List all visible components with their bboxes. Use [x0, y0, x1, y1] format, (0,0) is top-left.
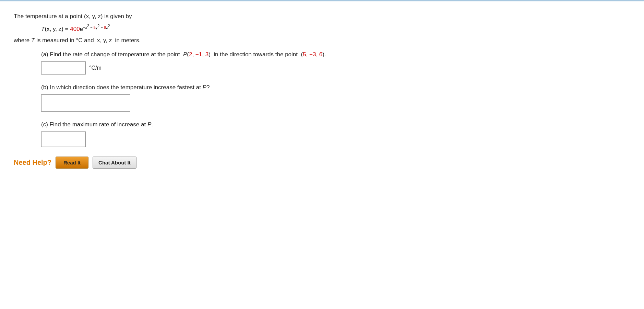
formula-exponent: −x2 − 5y2 − 9z2 — [83, 25, 110, 30]
formula-400: 400 — [70, 26, 80, 33]
formula-neg-x2: −x2 — [83, 25, 89, 30]
part-b-input[interactable] — [41, 94, 130, 112]
part-a-input-row: °C/m — [41, 61, 630, 75]
formula-line: T(x, y, z) = 400e−x2 − 5y2 − 9z2 — [41, 24, 630, 33]
need-help-section: Need Help? Read It Chat About It — [14, 157, 630, 169]
formula-tx: T — [41, 26, 45, 33]
part-c: (c) Find the maximum rate of increase at… — [41, 121, 630, 147]
part-c-input-row — [41, 131, 630, 147]
chat-about-it-button[interactable]: Chat About It — [93, 157, 136, 169]
intro-text: The temperature at a point (x, y, z) is … — [14, 12, 630, 21]
part-c-label: (c) Find the maximum rate of increase at… — [41, 121, 630, 128]
formula-minus-9z2: − 9z2 — [100, 25, 110, 30]
part-a-unit: °C/m — [89, 65, 102, 71]
where-text: where T is measured in °C and x, y, z in… — [14, 36, 630, 45]
part-b-input-row — [41, 94, 630, 112]
part-a: (a) Find the rate of change of temperatu… — [41, 51, 630, 75]
formula-vars: (x, y, z) = — [45, 26, 70, 33]
part-c-input[interactable] — [41, 131, 86, 147]
formula-minus-5y2: − 5y2 — [90, 25, 99, 30]
page-container: The temperature at a point (x, y, z) is … — [0, 0, 644, 309]
formula-e: e — [80, 26, 83, 33]
part-b: (b) In which direction does the temperat… — [41, 84, 630, 112]
part-b-label: (b) In which direction does the temperat… — [41, 84, 630, 91]
read-it-button[interactable]: Read It — [56, 157, 88, 169]
need-help-label: Need Help? — [14, 159, 51, 167]
part-a-input[interactable] — [41, 61, 86, 75]
part-a-label: (a) Find the rate of change of temperatu… — [41, 51, 630, 58]
